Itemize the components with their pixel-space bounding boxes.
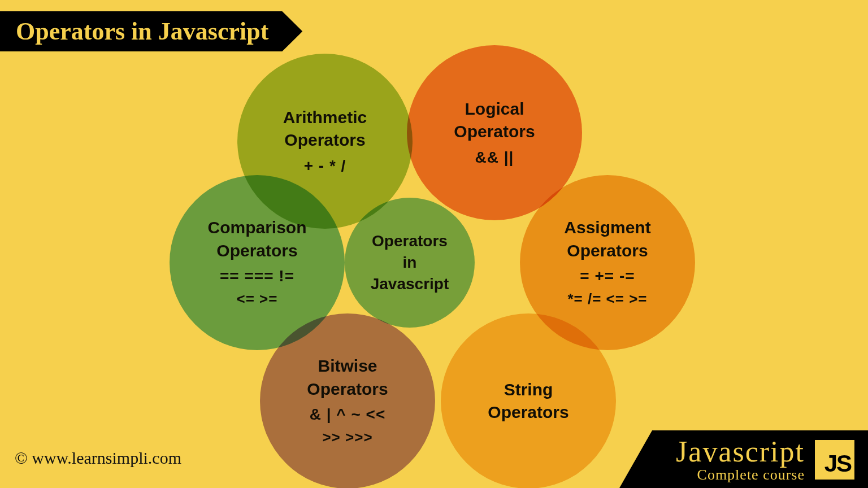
bitwise-ops: & | ^ ~ <<	[310, 404, 386, 425]
bitwise-title-2: Operators	[307, 378, 388, 401]
arithmetic-ops: + - * /	[304, 155, 346, 177]
footer-badge: Javascript Complete course JS	[619, 430, 868, 488]
circle-string: String Operators	[441, 313, 616, 488]
logical-title-1: Logical	[465, 98, 524, 121]
js-logo-text: JS	[824, 450, 851, 477]
comparison-title-1: Comparison	[207, 216, 306, 239]
footer-brand: Javascript	[676, 437, 805, 467]
footer-text: Javascript Complete course	[676, 437, 805, 482]
logical-ops: && ||	[475, 147, 514, 168]
logical-title-2: Operators	[454, 120, 535, 143]
assignment-ops-2: *= /= <= >=	[567, 289, 647, 309]
center-line-3: Javascript	[371, 273, 449, 295]
comparison-title-2: Operators	[216, 239, 297, 263]
string-title-1: String	[504, 378, 553, 402]
center-line-2: in	[403, 252, 417, 273]
assignment-ops: = += -=	[580, 265, 635, 287]
page-title: Operators in Javascript	[16, 18, 268, 45]
copyright-text: © www.learnsimpli.com	[15, 448, 181, 468]
arithmetic-title-2: Operators	[284, 129, 365, 152]
center-line-1: Operators	[372, 230, 448, 252]
assignment-title-1: Assigment	[564, 216, 650, 239]
comparison-ops: == === !=	[220, 265, 294, 287]
circle-center: Operators in Javascript	[345, 198, 475, 328]
bitwise-title-1: Bitwise	[318, 355, 377, 378]
comparison-ops-2: <= >=	[237, 289, 278, 309]
assignment-title-2: Operators	[567, 239, 648, 263]
js-logo-icon: JS	[815, 440, 854, 480]
footer-tagline: Complete course	[697, 468, 805, 482]
circle-comparison: Comparison Operators == === != <= >=	[170, 175, 345, 350]
arithmetic-title-1: Arithmetic	[283, 106, 367, 129]
bitwise-ops-2: >> >>>	[322, 428, 372, 447]
page-title-banner: Operators in Javascript	[0, 11, 302, 51]
string-title-2: Operators	[488, 401, 568, 424]
